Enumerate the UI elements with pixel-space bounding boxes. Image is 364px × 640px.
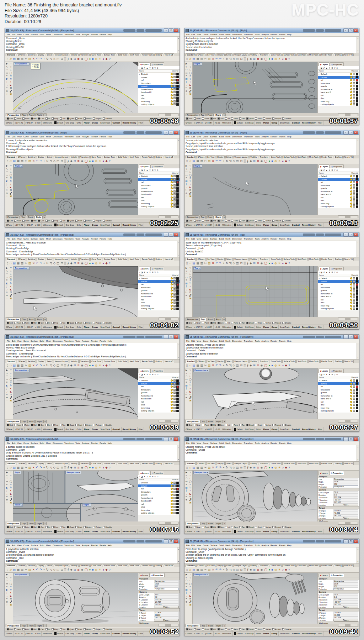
layer-lock-icon[interactable] (173, 305, 176, 307)
osnap-toggle-cen[interactable]: Cen (218, 117, 224, 120)
curve-icon[interactable]: ∿ (5, 168, 9, 171)
circle-icon[interactable]: ○ (9, 168, 13, 171)
redo-icon[interactable]: ↷ (219, 58, 221, 61)
osnap-toggle-cen[interactable]: Cen (38, 424, 44, 426)
layer-lock-icon[interactable] (173, 308, 176, 310)
scale-icon[interactable]: ◹ (50, 58, 52, 61)
layer-lock-icon[interactable] (353, 199, 355, 201)
menu-item-help[interactable]: Help (108, 238, 112, 240)
layer-lock-icon[interactable] (173, 103, 176, 105)
points-icon[interactable]: ∵ (188, 369, 192, 372)
menu-item-panels[interactable]: Panels (100, 340, 106, 342)
chamfer-icon[interactable]: ◣ (9, 390, 13, 393)
status-pane-cplane[interactable]: CPlane (5, 121, 14, 125)
pointer-icon[interactable]: ▶ (5, 573, 9, 576)
layer-visibility-bulb-icon[interactable] (171, 277, 173, 279)
toolbar-tab-cplanes[interactable]: CPlanes (17, 258, 26, 261)
layer-lock-icon[interactable] (173, 280, 176, 283)
layer-color-swatch[interactable] (356, 385, 358, 388)
new-sublayer-icon[interactable]: ◪ (141, 67, 143, 69)
layer-visibility-bulb-icon[interactable] (171, 295, 173, 298)
object-snap-icon[interactable]: ◈ (70, 160, 72, 163)
pan-icon[interactable]: ◇ (53, 262, 55, 265)
layer-visibility-bulb-icon[interactable] (350, 289, 352, 292)
layer-row-ref[interactable]: ref (138, 487, 180, 491)
split-icon[interactable]: ⊟ (188, 495, 192, 498)
toolbar-tab-viewport-layout[interactable]: Viewport Layout (233, 258, 248, 261)
layer-row-curves[interactable]: curves (318, 178, 359, 181)
box-icon[interactable]: ■ (272, 364, 273, 367)
lasso-icon[interactable]: ∮ (68, 466, 69, 469)
menu-item-mesh[interactable]: Mesh (225, 340, 230, 342)
visibility-icon[interactable]: ◉ (260, 262, 263, 265)
layer-color-swatch[interactable] (176, 482, 179, 484)
object-snap-icon[interactable]: ◈ (250, 160, 252, 163)
toolbar-tab-new-in-v5[interactable]: New in V5 (164, 156, 175, 158)
layer-visibility-bulb-icon[interactable] (350, 404, 352, 406)
status-pane-x-1747-72[interactable]: x 1747.72 (193, 427, 204, 431)
mirror-icon[interactable]: ▞ (9, 397, 13, 399)
layer-lock-icon[interactable] (173, 295, 176, 298)
layer-row-ref[interactable]: ref (318, 283, 359, 286)
toolbar-tab-display[interactable]: Display (37, 53, 45, 56)
new-sublayer-icon[interactable]: ◪ (320, 271, 322, 273)
osnap-toggle-cen[interactable]: Cen (38, 322, 44, 324)
boolean-icon[interactable]: ◐ (188, 183, 192, 185)
toolbar-tab-curve-tools[interactable]: Curve Tools (270, 360, 282, 363)
add-viewport-tab-button[interactable]: + (223, 522, 226, 525)
add-viewport-tab-button[interactable]: + (43, 318, 47, 321)
status-pane-record-history[interactable]: Record History (122, 529, 138, 534)
menu-item-transform[interactable]: Transform (244, 33, 253, 36)
add-viewport-tab-button[interactable]: + (223, 420, 226, 423)
circle-tool-icon[interactable]: ◯ (264, 262, 267, 265)
layer-lock-icon[interactable] (173, 97, 176, 99)
toolbar-tab-set-view[interactable]: Set View (27, 53, 36, 56)
layer-color-swatch[interactable] (356, 88, 358, 90)
status-pane-planar[interactable]: Planar (262, 223, 271, 227)
menu-item-edit[interactable]: Edit (12, 136, 15, 138)
light-icon[interactable]: ☀ (278, 160, 281, 163)
toolbar-tab-select[interactable]: Select (225, 53, 232, 56)
material-icon[interactable]: ◆ (285, 364, 287, 367)
viewport-tab-perspective[interactable]: Perspective (6, 624, 21, 627)
toolbar-tab-solid-tools[interactable]: Solid Tools (117, 462, 128, 465)
viewport-tab-front[interactable]: Front (27, 420, 35, 423)
status-pane-filter[interactable]: Filter (317, 427, 324, 431)
window-close-button[interactable]: ✕ (174, 437, 178, 441)
osnap-toggle-end[interactable]: End (186, 117, 192, 120)
toolbar-tab-surface-tools[interactable]: Surface Tools (103, 53, 116, 56)
ellipse-icon[interactable]: ◯ (9, 72, 13, 74)
layer-color-swatch[interactable] (176, 295, 179, 298)
osnap-toggle-cen[interactable]: Cen (38, 220, 44, 222)
status-pane-y-643-87[interactable]: y 643.87 (204, 631, 214, 636)
move-up-icon[interactable]: ▲ (146, 169, 148, 171)
trim-icon[interactable]: ✂ (184, 189, 188, 192)
status-pane-planar[interactable]: Planar (83, 121, 91, 125)
toolbar-tab-standard[interactable]: Standard (6, 564, 16, 567)
add-viewport-tab-button[interactable]: + (43, 420, 47, 423)
lasso-icon[interactable]: ∮ (247, 58, 248, 61)
ellipse-icon[interactable]: ◯ (188, 276, 192, 279)
layer-color-swatch[interactable] (176, 280, 179, 283)
revolve-icon[interactable]: ↻ (188, 487, 192, 489)
layer-lock-icon[interactable] (173, 196, 176, 199)
toolbar-tab-new-in-v5[interactable]: New in V5 (343, 462, 354, 465)
arc-icon[interactable]: ◠ (5, 273, 9, 276)
menu-item-help[interactable]: Help (108, 442, 112, 444)
toolbar-tab-transform[interactable]: Transform (79, 564, 90, 567)
points-icon[interactable]: ∵ (9, 573, 13, 576)
layer-visibility-bulb-icon[interactable] (171, 407, 173, 409)
layer-lock-icon[interactable] (173, 175, 176, 177)
layer-color-swatch[interactable] (176, 301, 179, 304)
toolbar-tab-visibility[interactable]: Visibility (70, 53, 79, 56)
status-pane-x-1747-72[interactable]: x 1747.72 (193, 223, 204, 227)
layer-row-rail[interactable]: rail (318, 298, 359, 301)
layer-color-swatch[interactable] (356, 388, 358, 391)
osnap-toggle-vertex[interactable]: Vertex (84, 424, 92, 426)
revolve-icon[interactable]: ↻ (188, 180, 192, 183)
delete-layer-icon[interactable]: ✗ (144, 373, 145, 376)
layer-visibility-bulb-icon[interactable] (350, 175, 352, 177)
circle-icon[interactable]: ○ (9, 474, 13, 477)
light-icon[interactable]: ☀ (99, 58, 101, 61)
toolbar-tab-standard[interactable]: Standard (6, 360, 16, 363)
